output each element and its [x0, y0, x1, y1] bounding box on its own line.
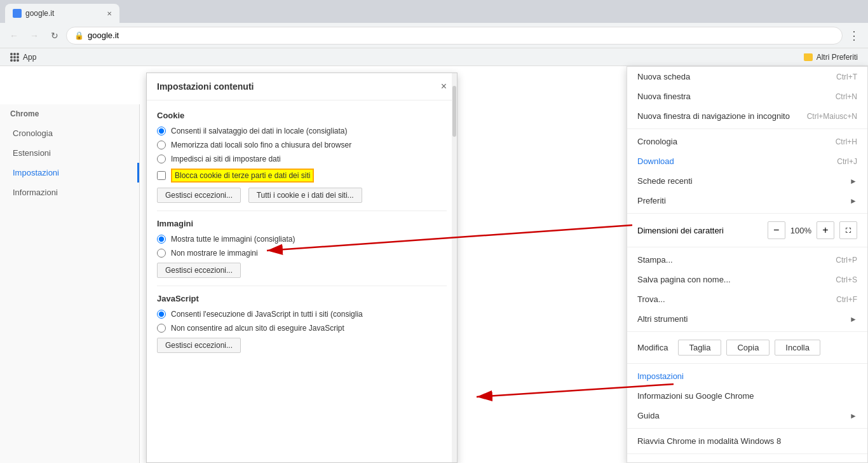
- menu-find[interactable]: Trova... Ctrl+F: [627, 289, 867, 309]
- js-section-title: JavaScript: [157, 294, 447, 303]
- reload-button[interactable]: ↻: [46, 27, 64, 45]
- block-cookies-checkbox[interactable]: [157, 171, 166, 180]
- js-radio1[interactable]: [157, 310, 166, 319]
- font-fullscreen-button[interactable]: [839, 221, 857, 239]
- apps-bookmark[interactable]: App: [5, 52, 41, 63]
- menu-other-tools[interactable]: Altri strumenti ►: [627, 309, 867, 329]
- images-section-title: Immagini: [157, 219, 447, 228]
- other-bookmarks[interactable]: Altri Preferiti: [799, 52, 863, 63]
- images-radio1[interactable]: [157, 235, 166, 244]
- copy-button[interactable]: Copia: [726, 340, 770, 356]
- chrome-context-menu: Nuova scheda Ctrl+T Nuova finestra Ctrl+…: [627, 66, 868, 463]
- dialog-close-button[interactable]: ×: [441, 81, 447, 92]
- menu-sep5: [627, 363, 867, 364]
- settings-sidebar: Chrome Cronologia Estensioni Impostazion…: [0, 66, 140, 463]
- dialog-overlay: Impostazioni contenuti × Cookie Consenti…: [140, 66, 464, 463]
- dialog-scrollbar[interactable]: [452, 73, 457, 462]
- js-radio2[interactable]: [157, 324, 166, 333]
- cookie-checkbox-label: Blocca cookie di terze parti e dati dei …: [171, 169, 314, 183]
- browser-tab[interactable]: google.it ✕: [5, 4, 119, 23]
- font-size-row: Dimensioni dei caratteri − 100% +: [627, 216, 867, 244]
- manage-exceptions-button[interactable]: Gestisci eccezioni...: [157, 188, 241, 203]
- cookie-buttons-row: Gestisci eccezioni... Tutti i cookie e i…: [157, 188, 447, 203]
- cookie-option1: Consenti il salvataggio dei dati in loca…: [157, 127, 447, 135]
- url-input[interactable]: google.it: [88, 31, 834, 40]
- tab-close-button[interactable]: ✕: [104, 8, 114, 18]
- menu-download[interactable]: Download Ctrl+J: [627, 151, 867, 171]
- menu-save-page[interactable]: Salva pagina con nome... Ctrl+S: [627, 270, 867, 289]
- menu-sep4: [627, 331, 867, 332]
- dialog-separator2: [157, 286, 447, 286]
- menu-settings[interactable]: Impostazioni: [627, 366, 867, 386]
- menu-restart[interactable]: Riavvia Chrome in modalità Windows 8: [627, 431, 867, 451]
- lock-icon: 🔒: [74, 31, 84, 40]
- js-buttons-row: Gestisci eccezioni...: [157, 338, 447, 353]
- menu-print[interactable]: Stampa... Ctrl+P: [627, 250, 867, 270]
- sidebar-extensions[interactable]: Estensioni: [0, 143, 139, 163]
- apps-grid-icon: [10, 53, 19, 62]
- cookie-option3: Impedisci ai siti di impostare dati: [157, 155, 447, 163]
- cookie-section-title: Cookie: [157, 111, 447, 120]
- cut-button[interactable]: Taglia: [678, 340, 721, 356]
- menu-about-chrome[interactable]: Informazioni su Google Chrome: [627, 386, 867, 406]
- tab-title: google.it: [25, 9, 54, 18]
- tab-favicon: [13, 9, 22, 18]
- sidebar-settings[interactable]: Impostazioni: [0, 163, 139, 183]
- back-button[interactable]: ←: [5, 27, 23, 45]
- menu-sep7: [627, 453, 867, 454]
- sidebar-info[interactable]: Informazioni: [0, 183, 139, 202]
- forward-button[interactable]: →: [25, 27, 43, 45]
- menu-recent-tabs[interactable]: Schede recenti ►: [627, 171, 867, 191]
- js-manage-button[interactable]: Gestisci eccezioni...: [157, 338, 241, 353]
- dialog-body: Cookie Consenti il salvataggio dei dati …: [147, 100, 457, 371]
- tab-bar: google.it ✕: [0, 0, 868, 23]
- images-option2: Non mostrare le immagini: [157, 249, 447, 258]
- other-bookmarks-label: Altri Preferiti: [817, 53, 858, 62]
- menu-sep1: [627, 128, 867, 129]
- all-cookies-button[interactable]: Tutti i cookie e i dati dei siti...: [248, 188, 362, 203]
- font-decrease-button[interactable]: −: [768, 221, 785, 239]
- folder-icon: [804, 53, 813, 61]
- menu-sep3: [627, 247, 867, 247]
- font-size-controls: − 100% +: [768, 221, 857, 239]
- images-manage-button[interactable]: Gestisci eccezioni...: [157, 263, 241, 278]
- menu-new-tab[interactable]: Nuova scheda Ctrl+T: [627, 67, 867, 86]
- browser-frame: google.it ✕ ← → ↻ 🔒 google.it ⋮ App Altr…: [0, 0, 868, 463]
- content-settings-dialog: Impostazioni contenuti × Cookie Consenti…: [146, 73, 458, 463]
- cookie-radio3[interactable]: [157, 155, 166, 163]
- menu-history[interactable]: Cronologia Ctrl+H: [627, 132, 867, 151]
- images-radio2[interactable]: [157, 249, 166, 258]
- main-content: Gmail Immagini: [0, 66, 868, 463]
- edit-row: Modifica Taglia Copia Incolla: [627, 335, 867, 361]
- images-buttons-row: Gestisci eccezioni...: [157, 263, 447, 278]
- images-option1: Mostra tutte le immagini (consigliata): [157, 235, 447, 244]
- font-increase-button[interactable]: +: [817, 221, 834, 239]
- menu-new-window[interactable]: Nuova finestra Ctrl+N: [627, 86, 867, 106]
- menu-sep6: [627, 428, 867, 429]
- cookie-checkbox-option: Blocca cookie di terze parti e dati dei …: [157, 169, 447, 183]
- dialog-header: Impostazioni contenuti ×: [147, 73, 457, 100]
- sidebar-history[interactable]: Cronologia: [0, 123, 139, 143]
- js-option1: Consenti l'esecuzione di JavaScript in t…: [157, 310, 447, 319]
- cookie-radio2[interactable]: [157, 141, 166, 149]
- menu-exit[interactable]: Esci Ctrl+Maiusc+Q: [627, 457, 867, 463]
- address-bar[interactable]: 🔒 google.it: [66, 27, 843, 45]
- bookmarks-bar: App Altri Preferiti: [0, 48, 868, 66]
- dialog-title: Impostazioni contenuti: [157, 81, 254, 92]
- menu-bookmarks[interactable]: Preferiti ►: [627, 191, 867, 211]
- js-option2: Non consentire ad alcun sito di eseguire…: [157, 324, 447, 333]
- cookie-radio1[interactable]: [157, 127, 166, 135]
- nav-bar: ← → ↻ 🔒 google.it ⋮: [0, 23, 868, 48]
- dialog-separator1: [157, 211, 447, 211]
- chrome-section-label: Chrome: [0, 104, 139, 123]
- menu-help[interactable]: Guida ►: [627, 406, 867, 425]
- font-size-value: 100%: [790, 226, 811, 235]
- chrome-menu-button[interactable]: ⋮: [845, 27, 863, 45]
- fullscreen-icon: [844, 226, 853, 235]
- apps-label: App: [23, 53, 36, 62]
- paste-button[interactable]: Incolla: [775, 340, 820, 356]
- dialog-scrollbar-thumb[interactable]: [452, 86, 456, 137]
- cookie-option2: Memorizza dati locali solo fino a chiusu…: [157, 141, 447, 149]
- menu-sep2: [627, 213, 867, 214]
- menu-new-incognito[interactable]: Nuova finestra di navigazione in incogni…: [627, 106, 867, 126]
